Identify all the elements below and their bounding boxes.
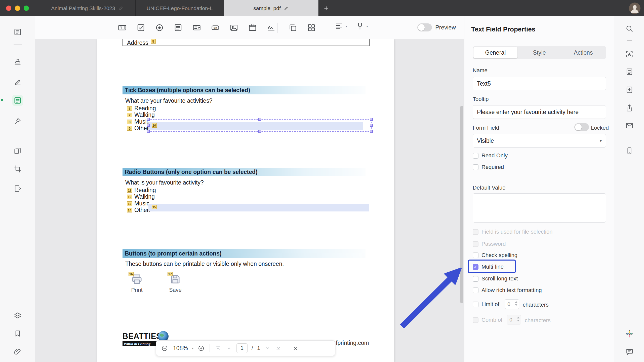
user-avatar[interactable]: [629, 3, 640, 14]
tab-style[interactable]: Style: [517, 47, 561, 58]
ocr-button[interactable]: [624, 49, 635, 59]
stepper-up-icon[interactable]: [515, 301, 517, 303]
search-button[interactable]: [624, 23, 635, 34]
combo-box-tool[interactable]: [191, 22, 203, 33]
combo-box-icon: [192, 23, 201, 32]
field-tools-dropdown[interactable]: ▾: [356, 22, 368, 30]
radio-other-text-field[interactable]: [148, 204, 369, 211]
share-button[interactable]: [624, 103, 635, 113]
password-label: Password: [481, 241, 506, 247]
document-viewport: Address 5 Tick Boxes (multiple options c…: [35, 39, 464, 362]
layout-grid-button[interactable]: [306, 22, 317, 33]
duplicate-fields-button[interactable]: [287, 22, 299, 33]
required-checkbox[interactable]: [473, 164, 478, 170]
alignment-dropdown[interactable]: ▾: [335, 22, 347, 30]
resize-handle[interactable]: [147, 124, 150, 127]
close-window-button[interactable]: [6, 6, 11, 11]
signature-field-tool[interactable]: [265, 22, 277, 33]
preview-toggle[interactable]: [417, 23, 432, 31]
previous-page-button[interactable]: [226, 345, 232, 352]
bookmarks-panel-button[interactable]: [12, 328, 23, 339]
device-icon: [625, 147, 634, 155]
tab-actions[interactable]: Actions: [561, 47, 605, 58]
address-form-field[interactable]: [123, 39, 370, 46]
device-button[interactable]: [624, 146, 635, 156]
tick-option-label: Reading: [134, 105, 156, 112]
tab-general[interactable]: General: [473, 47, 517, 58]
name-label: Name: [473, 67, 488, 74]
download-doc-button[interactable]: [624, 85, 635, 95]
annotate-tool[interactable]: [12, 77, 23, 87]
reader-view-tool[interactable]: [12, 27, 23, 37]
sign-tool[interactable]: [12, 116, 23, 126]
tab-sample-pdf[interactable]: sample_pdf: [224, 0, 318, 16]
stepper-down-icon[interactable]: [515, 304, 517, 306]
new-tab-button[interactable]: [318, 0, 334, 16]
resize-handle[interactable]: [258, 118, 261, 121]
form-field-label: Form Field: [473, 125, 499, 131]
feedback-button[interactable]: [624, 346, 635, 357]
crop-tool[interactable]: [12, 164, 23, 174]
read-only-checkbox[interactable]: [473, 153, 478, 159]
document-button[interactable]: [624, 66, 635, 77]
current-page-input[interactable]: 1: [236, 343, 248, 353]
tab-animal-painting[interactable]: Animal Painting Skills-2023: [39, 0, 136, 16]
text-field-tool[interactable]: [116, 22, 128, 33]
tick-section-header: Tick Boxes (multiple options can be sele…: [123, 86, 366, 94]
form-tool[interactable]: [12, 95, 23, 106]
layers-panel-button[interactable]: [12, 310, 23, 321]
field-number-badge: 5: [151, 39, 156, 44]
rich-text-checkbox[interactable]: [473, 287, 478, 293]
name-input[interactable]: [473, 77, 606, 90]
resize-handle[interactable]: [258, 130, 261, 133]
default-value-textarea[interactable]: [473, 193, 606, 223]
check-spelling-checkbox[interactable]: [473, 252, 478, 258]
comb-count-value: 0: [509, 317, 512, 323]
visibility-dropdown[interactable]: Visible ▾: [473, 134, 606, 148]
chevron-down-icon[interactable]: ▾: [192, 346, 194, 350]
attachments-panel-button[interactable]: [12, 346, 23, 357]
date-field-tool[interactable]: [247, 22, 258, 33]
next-page-button[interactable]: [264, 345, 271, 352]
resize-handle[interactable]: [370, 130, 373, 133]
read-only-row: Read Only: [473, 152, 508, 159]
resize-handle[interactable]: [147, 130, 150, 133]
selected-field-overlay[interactable]: [148, 119, 372, 132]
pdf-page: Address 5 Tick Boxes (multiple options c…: [97, 39, 394, 362]
checkbox-field-tool[interactable]: [135, 22, 147, 33]
radio-question: What is your favourite activity?: [125, 179, 204, 186]
tab-unicef-lego[interactable]: UNICEF-Lego-Foundation-L: [136, 0, 224, 16]
vertical-scrollbar[interactable]: [460, 106, 463, 303]
mail-button[interactable]: [624, 120, 635, 131]
close-zoombar-button[interactable]: [292, 345, 299, 352]
limit-count-input[interactable]: 0: [505, 299, 519, 309]
zoom-level[interactable]: 108%: [173, 345, 188, 352]
convert-icon: [13, 184, 22, 193]
image-field-tool[interactable]: [228, 22, 240, 33]
radio-option-label: Music: [134, 200, 149, 207]
stepper-arrows[interactable]: [515, 301, 517, 306]
tooltip-input[interactable]: [473, 105, 606, 119]
annotate-icon: [13, 78, 22, 86]
zoom-in-button[interactable]: [198, 345, 205, 352]
resize-handle[interactable]: [147, 118, 150, 121]
first-page-button[interactable]: [215, 345, 222, 352]
push-button-tool[interactable]: OK: [210, 22, 221, 33]
scroll-long-text-checkbox[interactable]: [473, 276, 478, 282]
convert-tool[interactable]: [12, 183, 23, 194]
minimize-window-button[interactable]: [15, 6, 20, 11]
organize-pages-tool[interactable]: [12, 146, 23, 156]
stamp-tool[interactable]: [12, 57, 23, 67]
radio-field-tool[interactable]: [154, 22, 165, 33]
resize-handle[interactable]: [370, 124, 373, 127]
zoom-window-button[interactable]: [24, 6, 29, 11]
resize-handle[interactable]: [370, 118, 373, 121]
ai-assistant-button[interactable]: [624, 329, 635, 339]
zoom-out-button[interactable]: [161, 345, 168, 352]
rich-text-label: Allow rich text formatting: [481, 287, 542, 294]
list-box-tool[interactable]: [172, 22, 184, 33]
last-page-button[interactable]: [275, 345, 282, 352]
limit-checkbox[interactable]: [473, 302, 478, 307]
locked-toggle[interactable]: [574, 123, 589, 131]
address-field-divider: [150, 39, 150, 46]
